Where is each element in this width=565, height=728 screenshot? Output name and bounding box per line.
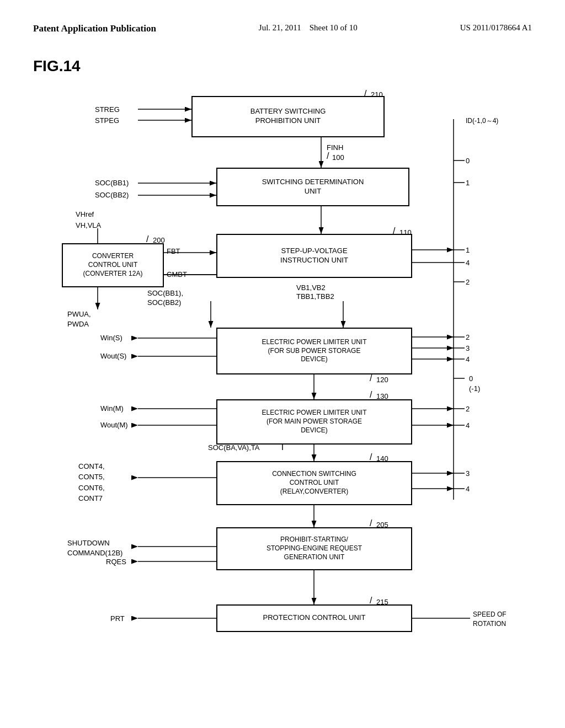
id-2c: 2 — [466, 405, 470, 413]
id-3b: 3 — [466, 469, 470, 478]
tbb1-tbb2-label: TBB1,TBB2 — [296, 292, 334, 301]
box-converter-control: CONVERTERCONTROL UNIT(CONVERTER 12A) — [62, 243, 164, 287]
fbt-label: FBT — [167, 247, 180, 255]
zero-neg1-label: 0(-1) — [469, 374, 480, 394]
box-stepup-voltage: STEP-UP-VOLTAGEINSTRUCTION UNIT — [216, 234, 412, 278]
ref-210-curve: / — [364, 89, 366, 99]
box-battery-switching: BATTERY SWITCHINGPROHIBITION UNIT — [191, 96, 385, 137]
wout-s-label: Wout(S) — [100, 352, 126, 360]
page: Patent Application Publication Jul. 21, … — [0, 0, 565, 728]
soc-bb2-mid: SOC(BB2) — [147, 298, 181, 307]
win-s-label: Win(S) — [100, 334, 122, 342]
ref-200-curve: / — [146, 234, 148, 244]
id-4d: 4 — [466, 485, 470, 493]
publication-label: Patent Application Publication — [33, 22, 156, 35]
box-protection-control: PROTECTION CONTROL UNIT — [216, 604, 412, 632]
finh-label: FINH — [327, 143, 343, 152]
rqes-label: RQES — [106, 558, 126, 566]
ref-215: 215 — [376, 598, 388, 606]
ref-110-curve: / — [393, 226, 395, 236]
soc-ba-va-ta-label: SOC(BA,VA),TA — [208, 443, 259, 452]
prt-label: PRT — [110, 614, 125, 623]
speed-rotation-label: SPEED OFROTATION — [473, 610, 507, 629]
id-label: ID(-1,0～4) — [466, 116, 498, 126]
id-4a: 4 — [466, 259, 470, 267]
fig-label: FIG.14 — [33, 57, 532, 75]
patent-number: US 2011/0178664 A1 — [460, 22, 532, 33]
header: Patent Application Publication Jul. 21, … — [0, 0, 565, 46]
ref-200: 200 — [153, 236, 165, 244]
diagram: BATTERY SWITCHINGPROHIBITION UNIT 210 / … — [45, 86, 520, 693]
box-power-limiter-sub: ELECTRIC POWER LIMITER UNIT(FOR SUB POWE… — [216, 328, 412, 374]
box-connection-switching: CONNECTION SWITCHINGCONTROL UNIT(RELAY,C… — [216, 461, 412, 505]
ref-110: 110 — [399, 228, 412, 237]
ref-130: 130 — [376, 392, 388, 400]
id-4c: 4 — [466, 421, 470, 430]
vb1-vb2-label: VB1,VB2 — [296, 283, 326, 292]
id-1b: 1 — [466, 246, 470, 254]
ref-120-curve: / — [370, 373, 372, 383]
id-4b: 4 — [466, 355, 470, 363]
stpeg-label: STPEG — [95, 116, 119, 125]
ref-120: 120 — [376, 376, 388, 384]
cont4-7-label: CONT4,CONT5,CONT6,CONT7 — [78, 461, 105, 504]
ref-205: 205 — [376, 521, 388, 529]
ref-140: 140 — [376, 454, 388, 463]
ref-210: 210 — [371, 90, 383, 99]
date: Jul. 21, 2011 — [259, 23, 301, 32]
box-power-limiter-main: ELECTRIC POWER LIMITER UNIT(FOR MAIN POW… — [216, 399, 412, 445]
win-m-label: Win(M) — [100, 404, 124, 413]
vhref-label: VHref — [76, 210, 94, 218]
sheet: Sheet 10 of 10 — [310, 23, 358, 32]
id-3a: 3 — [466, 344, 470, 352]
ref-205-curve: / — [370, 518, 372, 528]
id-2a: 2 — [466, 278, 470, 286]
ref-140-curve: / — [370, 452, 372, 462]
pwua-pwda-label: PWUA,PWDA — [67, 309, 91, 329]
wout-m-label: Wout(M) — [100, 421, 128, 429]
box-prohibit-starting: PROHIBIT-STARTING/STOPPING-ENGINE REQUES… — [216, 527, 412, 570]
soc-bb1-top: SOC(BB1) — [95, 179, 129, 187]
vh-vla-label: VH,VLA — [76, 221, 101, 229]
id-0: 0 — [466, 157, 470, 165]
id-2b: 2 — [466, 333, 470, 341]
id-1a: 1 — [466, 179, 470, 187]
ref-100-curve: / — [327, 151, 329, 161]
soc-bb2-top: SOC(BB2) — [95, 191, 129, 199]
cmbt-label: CMBT — [167, 270, 187, 279]
date-sheet: Jul. 21, 2011 Sheet 10 of 10 — [156, 22, 460, 33]
ref-100: 100 — [332, 153, 344, 162]
ref-130-curve: / — [370, 390, 372, 400]
soc-bb1-mid: SOC(BB1), — [147, 289, 183, 297]
box-switching-determination: SWITCHING DETERMINATIONUNIT — [216, 168, 409, 206]
streg-label: STREG — [95, 105, 120, 114]
ref-215-curve: / — [370, 596, 372, 606]
content: FIG.14 — [0, 46, 565, 715]
shutdown-label: SHUTDOWNCOMMAND(12B) — [67, 538, 122, 558]
